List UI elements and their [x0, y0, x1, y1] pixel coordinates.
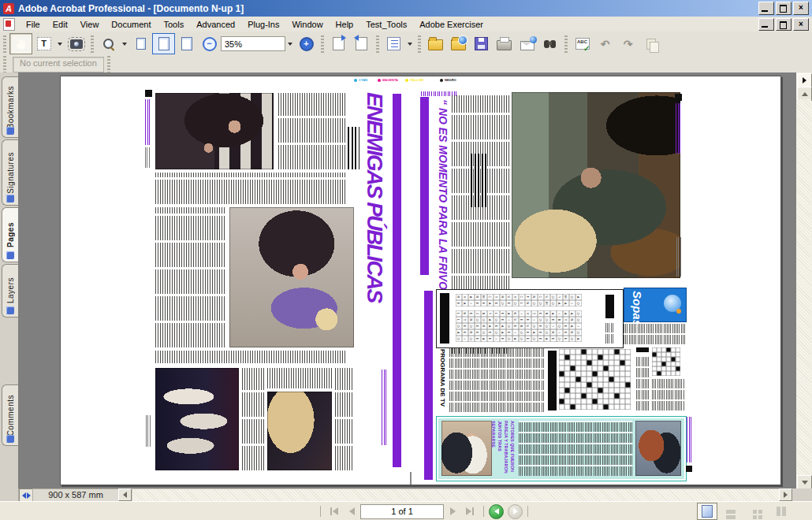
right-page-edge-bar [420, 97, 429, 275]
open-from-web-button[interactable] [447, 33, 470, 54]
section-logo-block [675, 94, 682, 101]
toolbar-grip[interactable] [418, 35, 421, 53]
menu-help[interactable]: Help [330, 18, 360, 31]
vertical-scroll-track[interactable] [797, 99, 811, 476]
photo-stage-group [155, 368, 239, 470]
minimize-button[interactable] [758, 2, 774, 15]
wordsearch-box: RVARMCTRUVCFNCUOYMOAEAIEEAEOEOLNOOMOAAIO… [436, 289, 624, 348]
close-button[interactable]: × [793, 2, 809, 15]
menu-view[interactable]: View [74, 18, 106, 31]
pdf-page[interactable]: CYAN MAGENTA YELLOW NEGRO ENEMIGAS PÚBLI… [60, 76, 781, 485]
last-page-button[interactable] [461, 504, 479, 518]
select-tool-dropdown[interactable] [58, 43, 62, 46]
photo-credit-strip [146, 415, 151, 447]
previous-view-button[interactable] [489, 504, 504, 519]
fit-width-button[interactable] [175, 33, 198, 54]
comments-tab-icon [6, 435, 14, 443]
menu-file[interactable]: File [20, 18, 47, 31]
binoculars-icon [544, 40, 549, 48]
facing-icon [777, 507, 780, 516]
fit-page-button[interactable] [152, 33, 175, 54]
toolbar-grip[interactable] [564, 35, 568, 53]
menu-plugins[interactable]: Plug-Ins [241, 18, 285, 31]
tab-signatures[interactable]: Signatures [2, 139, 19, 206]
first-page-button[interactable] [326, 504, 343, 518]
printer-icon [497, 40, 512, 50]
actual-size-button[interactable] [129, 33, 152, 54]
tab-layers[interactable]: Layers [2, 264, 19, 318]
main-toolbar: T − + ABC ↶ ↷ [0, 32, 812, 57]
spellcheck-button[interactable]: ABC [571, 33, 594, 54]
selection-status: No current selection [13, 57, 104, 72]
previous-page-button[interactable] [343, 504, 360, 518]
document-canvas[interactable]: CYAN MAGENTA YELLOW NEGRO ENEMIGAS PÚBLI… [18, 72, 796, 488]
vertical-scrollbar[interactable] [796, 72, 812, 488]
open-button[interactable] [424, 33, 447, 54]
redo-button[interactable]: ↷ [616, 33, 639, 54]
zoom-level-dropdown[interactable] [288, 43, 292, 46]
zoom-tool-button[interactable] [97, 33, 120, 54]
menu-adobe-exerciser[interactable]: Adobe Exerciser [413, 18, 490, 31]
zoom-out-button[interactable]: − [198, 33, 221, 54]
menu-test-tools[interactable]: Test_Tools [359, 18, 413, 31]
undo-button[interactable]: ↶ [594, 33, 616, 54]
toolbar-grip[interactable] [91, 35, 94, 53]
menu-bar: File Edit View Document Tools Advanced P… [0, 17, 812, 32]
single-page-view-button[interactable] [697, 503, 717, 520]
snapshot-tool-button[interactable] [65, 33, 88, 54]
continuous-facing-view-button[interactable] [744, 503, 765, 520]
horizontal-scroll-row: 900 x 587 mm [0, 488, 812, 501]
doc-close-button[interactable]: × [793, 18, 809, 31]
wordsearch-grid-top: RVARMCTRUVCFNCUOYMOAEAIEEAEOEOLNOOMOAAIO [456, 294, 582, 306]
minigrid-banner [636, 347, 649, 352]
task-list-icon [387, 37, 400, 50]
page-number-field[interactable]: 1 of 1 [360, 504, 444, 519]
document-icon[interactable] [3, 18, 15, 31]
toolbar-grip[interactable] [3, 56, 6, 73]
print-button[interactable] [493, 33, 516, 54]
copy-button[interactable] [639, 33, 662, 54]
scroll-left-button[interactable] [118, 488, 132, 501]
scroll-down-button[interactable] [797, 475, 812, 489]
photo-man-at-desk [512, 92, 680, 278]
feature-box: ACTORES QUE FUERON PAREJA Y TRABAJARON J… [436, 416, 687, 481]
doc-restore-button[interactable] [776, 18, 792, 31]
menu-edit[interactable]: Edit [47, 18, 74, 31]
continuous-view-button[interactable] [721, 503, 741, 520]
masthead-date-strip [145, 147, 151, 168]
tab-pages[interactable]: Pages [2, 207, 19, 262]
select-text-tool-button[interactable]: T [32, 33, 55, 54]
doc-minimize-button[interactable] [758, 18, 774, 31]
search-button[interactable] [538, 33, 561, 54]
tab-bookmarks[interactable]: Bookmarks [2, 76, 19, 138]
document-area: Bookmarks Signatures Pages Layers Commen… [0, 72, 812, 488]
toolbar-grip[interactable] [321, 35, 324, 53]
text-column-block [267, 368, 332, 388]
tasks-button[interactable] [382, 33, 405, 54]
restore-button[interactable] [776, 2, 792, 15]
zoom-level-input[interactable] [221, 36, 285, 51]
hide-panel-arrow-button[interactable] [797, 73, 812, 87]
menu-window[interactable]: Window [285, 18, 329, 31]
email-button[interactable] [516, 33, 538, 54]
menu-document[interactable]: Document [105, 18, 157, 31]
zoom-in-button[interactable]: + [295, 33, 318, 54]
save-button[interactable] [470, 33, 493, 54]
title-bar[interactable]: A Adobe Acrobat Professional - [Document… [0, 0, 812, 17]
tab-comments[interactable]: Comments [2, 384, 19, 446]
next-page-button[interactable] [444, 504, 461, 518]
scroll-right-button[interactable] [779, 488, 792, 501]
toolbar-grip[interactable] [107, 56, 110, 73]
tasks-dropdown[interactable] [408, 43, 412, 46]
toolbar-grip[interactable] [3, 35, 6, 53]
facing-view-button[interactable] [768, 503, 788, 520]
menu-advanced[interactable]: Advanced [190, 18, 241, 31]
fit-page-icon [158, 37, 169, 50]
toolbar-grip[interactable] [376, 35, 379, 53]
next-view-button[interactable] [327, 33, 350, 54]
menu-tools[interactable]: Tools [158, 18, 191, 31]
next-view-button[interactable] [508, 504, 523, 519]
previous-view-button[interactable] [350, 33, 373, 54]
zoom-tool-dropdown[interactable] [122, 43, 127, 46]
hand-tool-button[interactable] [9, 33, 32, 54]
